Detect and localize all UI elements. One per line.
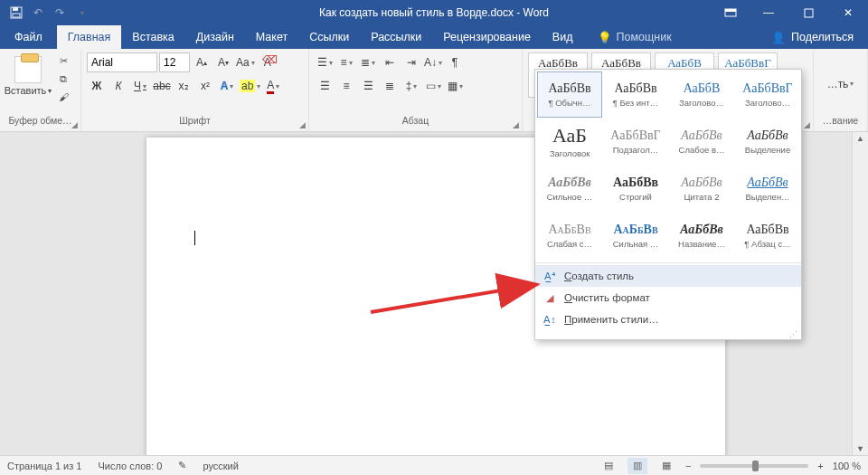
borders-button[interactable]: ▦ (445, 76, 465, 96)
copy-icon[interactable]: ⧉ (54, 71, 72, 87)
word-count[interactable]: Число слов: 0 (98, 461, 162, 471)
tell-me-helper[interactable]: 💡 Помощник (598, 25, 671, 49)
decrease-indent-button[interactable]: ⇤ (380, 52, 400, 72)
increase-indent-button[interactable]: ⇥ (401, 52, 421, 72)
zoom-in-button[interactable]: + (817, 461, 823, 471)
page-indicator[interactable]: Страница 1 из 1 (7, 461, 81, 471)
zoom-thumb[interactable] (752, 461, 759, 471)
paste-button[interactable]: Вставить▾ (5, 52, 51, 96)
style-cell[interactable]: АаБбВвСильное … (537, 166, 602, 212)
svg-rect-1 (13, 7, 18, 11)
tab-file[interactable]: Файл (0, 25, 57, 49)
bold-button[interactable]: Ж (87, 76, 107, 96)
line-spacing-button[interactable]: ‡ (401, 76, 421, 96)
tab-Вид[interactable]: Вид (542, 25, 584, 49)
clipboard-icon (14, 56, 42, 83)
qat-customize-icon[interactable] (72, 4, 90, 22)
close-button[interactable]: ✕ (828, 0, 868, 25)
font-color-button[interactable]: A (263, 76, 283, 96)
style-cell[interactable]: АаБбВв¶ Абзац с… (735, 213, 800, 259)
format-painter-icon[interactable]: 🖌 (54, 89, 72, 105)
scroll-up-icon[interactable]: ▲ (856, 134, 864, 143)
font-size-combo[interactable] (159, 52, 190, 72)
style-cell[interactable]: АаБбВвВыделен… (735, 166, 800, 212)
style-cell[interactable]: АаБбВвСлабая с… (537, 213, 602, 259)
italic-button[interactable]: К (108, 76, 128, 96)
change-case-button[interactable]: Aa (235, 52, 256, 72)
font-name-combo[interactable] (87, 52, 157, 72)
language-indicator[interactable]: русский (203, 461, 238, 471)
group-paragraph: ☰ ≡ ≣ ⇤ ⇥ A↓ ¶ ☰ ≡ ☰ ≣ ‡ ▭ ▦ Абзац◢ (309, 49, 523, 131)
tab-Вставка[interactable]: Вставка (121, 25, 184, 49)
print-layout-icon[interactable]: ▥ (627, 458, 647, 474)
highlight-button[interactable]: ab (239, 76, 261, 96)
sort-button[interactable]: A↓ (423, 52, 443, 72)
cut-icon[interactable]: ✂ (54, 52, 72, 69)
style-cell[interactable]: АаБбВвВыделение (735, 119, 800, 165)
style-cell[interactable]: АаБбВвЦитата 2 (669, 166, 734, 212)
share-button[interactable]: 👤 Поделиться (771, 25, 854, 49)
text-effects-button[interactable]: A (217, 76, 237, 96)
proofing-icon[interactable]: ✎ (178, 460, 186, 471)
tab-Рассылки[interactable]: Рассылки (360, 25, 432, 49)
align-center-button[interactable]: ≡ (336, 76, 356, 96)
save-icon[interactable] (7, 4, 25, 22)
tab-Ссылки[interactable]: Ссылки (298, 25, 360, 49)
zoom-level[interactable]: 100 % (833, 461, 861, 471)
vertical-scrollbar[interactable]: ▲ ▼ (852, 132, 868, 455)
zoom-slider[interactable] (700, 464, 808, 468)
underline-button[interactable]: Ч (130, 76, 150, 96)
dialog-launcher-icon[interactable]: ◢ (71, 120, 78, 129)
tab-Рецензирование[interactable]: Рецензирование (432, 25, 542, 49)
multilevel-list-button[interactable]: ≣ (358, 52, 378, 72)
web-layout-icon[interactable]: ▦ (656, 458, 676, 474)
show-marks-button[interactable]: ¶ (445, 52, 465, 72)
undo-icon[interactable]: ↶ (29, 4, 47, 22)
tab-Макет[interactable]: Макет (245, 25, 298, 49)
align-right-button[interactable]: ☰ (358, 76, 378, 96)
style-cell[interactable]: АаБбВвНазвание… (669, 213, 734, 259)
style-cell[interactable]: АаБбВвСильная … (603, 213, 668, 259)
grow-font-button[interactable]: A▴ (192, 52, 212, 72)
create-style-item[interactable]: A̲⁴ Создать стиль (535, 265, 801, 287)
ribbon-display-options-icon[interactable] (712, 0, 749, 25)
editing-split-button[interactable]: …ть (826, 74, 855, 94)
dialog-launcher-icon[interactable]: ◢ (804, 120, 810, 129)
read-mode-icon[interactable]: ▤ (599, 458, 618, 474)
style-cell[interactable]: АаБбВвСлабое в… (669, 119, 734, 165)
style-cell[interactable]: АаБбВвГПодзагол… (603, 119, 668, 165)
create-style-icon: A̲⁴ (542, 269, 557, 283)
dialog-launcher-icon[interactable]: ◢ (299, 120, 306, 129)
style-cell[interactable]: АаБбВв¶ Обычн… (537, 71, 602, 118)
justify-button[interactable]: ≣ (380, 76, 400, 96)
vertical-ruler (0, 132, 20, 455)
shrink-font-button[interactable]: A▾ (213, 52, 233, 72)
resize-grip-icon[interactable]: ⋰ (535, 330, 801, 339)
clear-formatting-button[interactable]: A⌫ (258, 52, 278, 72)
style-cell[interactable]: АаБЗаголовок (537, 119, 602, 165)
style-cell[interactable]: АаБбВвГЗаголово… (735, 71, 800, 118)
maximize-button[interactable] (788, 0, 828, 25)
tab-Главная[interactable]: Главная (57, 25, 122, 49)
strikethrough-button[interactable]: abc (152, 76, 172, 96)
align-left-button[interactable]: ☰ (315, 76, 335, 96)
shading-button[interactable]: ▭ (423, 76, 443, 96)
bullets-button[interactable]: ☰ (315, 52, 335, 72)
style-cell[interactable]: АаБбВв¶ Без инт… (603, 71, 668, 118)
font-color-glyph: A (267, 79, 274, 94)
style-cell[interactable]: АаБбВвСтрогий (603, 166, 668, 212)
minimize-button[interactable]: — (749, 0, 788, 25)
style-cell[interactable]: АаБбВЗаголово… (669, 71, 734, 118)
superscript-button[interactable]: x² (195, 76, 215, 96)
helper-label: Помощник (616, 31, 671, 43)
redo-icon[interactable]: ↷ (51, 4, 69, 22)
text-effects-glyph: A (221, 80, 229, 92)
apply-styles-item[interactable]: A̲↕ Применить стили… (535, 309, 801, 330)
subscript-button[interactable]: x₂ (174, 76, 193, 96)
tab-Дизайн[interactable]: Дизайн (185, 25, 245, 49)
zoom-out-button[interactable]: − (685, 461, 691, 471)
clear-formatting-item[interactable]: ◢ Очистить формат (535, 287, 801, 309)
dialog-launcher-icon[interactable]: ◢ (513, 120, 519, 129)
scroll-down-icon[interactable]: ▼ (856, 444, 864, 453)
numbering-button[interactable]: ≡ (336, 52, 356, 72)
